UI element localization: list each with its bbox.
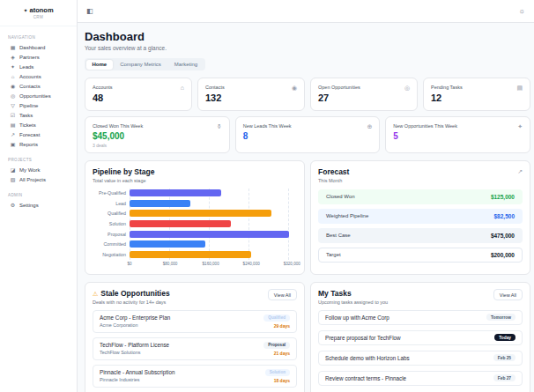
sidebar-item-label: Tasks bbox=[19, 113, 33, 118]
tasks-view-all-button[interactable]: View All bbox=[493, 289, 523, 300]
sidebar-item-forecast[interactable]: ↗ Forecast bbox=[7, 129, 70, 139]
stat-label: New Opportunities This Week bbox=[393, 123, 523, 129]
stat-card-contacts: Contacts 132 ◉ bbox=[197, 78, 305, 111]
task-label: Review contract terms - Pinnacle bbox=[325, 375, 406, 381]
sidebar-item-contacts[interactable]: ◉ Contacts bbox=[7, 81, 70, 91]
stat-card-open-opportunities: Open Opportunities 27 ◎ bbox=[310, 78, 418, 111]
stat-label: Accounts bbox=[93, 85, 184, 90]
task-item[interactable]: Follow up with Acme Corp Tomorrow bbox=[318, 310, 523, 326]
sidebar-item-label: Forecast bbox=[19, 132, 40, 137]
page-subtitle: Your sales overview at a glance. bbox=[85, 45, 530, 51]
sidebar-item-dashboard[interactable]: ▦ Dashboard bbox=[7, 42, 70, 52]
stale-view-all-button[interactable]: View All bbox=[268, 289, 297, 300]
stale-opportunity-item[interactable]: Pinnacle - Annual Subscription Pinnacle … bbox=[93, 365, 297, 388]
sidebar-toggle-icon[interactable]: ◧ bbox=[86, 8, 93, 15]
sidebar-item-all-projects[interactable]: ▧ All Projects bbox=[7, 174, 70, 184]
pipeline-icon: ▽ bbox=[10, 103, 16, 108]
task-item[interactable]: Schedule demo with Horizon Labs Feb 25 bbox=[318, 351, 523, 366]
stat-card-accounts: Accounts 48 ⌂ bbox=[85, 78, 192, 111]
clipboard-icon: ▤ bbox=[516, 85, 523, 92]
stat-card-new-opportunities-week: New Opportunities This Week 5 ✦ bbox=[385, 116, 530, 153]
stat-value: $45,000 bbox=[93, 131, 222, 141]
forecast-row-value: $200,000 bbox=[491, 252, 515, 258]
main-content: Dashboard Your sales overview at a glanc… bbox=[78, 23, 534, 392]
stat-card-closed-won-week: Closed Won This Week $45,000 3 deals ⚱ bbox=[85, 116, 230, 153]
sidebar-item-label: Contacts bbox=[19, 84, 41, 89]
due-badge: Tomorrow bbox=[486, 314, 515, 321]
opportunity-company: Pinnacle Industries bbox=[100, 377, 174, 382]
reports-icon: ▣ bbox=[10, 142, 16, 147]
forecast-row-label: Best Case bbox=[326, 233, 351, 238]
opportunity-name: TechFlow - Platform License bbox=[100, 342, 169, 348]
stale-days: 18 days bbox=[274, 378, 290, 383]
forecast-row-weighted-pipeline: Weighted Pipeline $82,500 bbox=[318, 209, 523, 224]
stat-value: 12 bbox=[431, 92, 523, 103]
leads-icon: ✦ bbox=[10, 64, 16, 70]
my-tasks-panel: My Tasks Upcoming tasks assigned to you … bbox=[310, 282, 530, 392]
users-icon: ◉ bbox=[292, 85, 297, 92]
dashboard-tabs: Home Company Metrics Marketing bbox=[85, 58, 205, 70]
opportunity-company: Acme Corporation bbox=[100, 322, 170, 328]
topbar: ◧ ☼ bbox=[78, 0, 534, 23]
brand-logo-icon: ✦ bbox=[23, 7, 27, 13]
sidebar-item-tickets[interactable]: ▤ Tickets bbox=[7, 120, 70, 129]
forecast-row-label: Weighted Pipeline bbox=[326, 213, 368, 218]
due-badge: Feb 27 bbox=[493, 374, 515, 381]
stale-opportunities-panel: ⚠ Stale Opportunities Deals with no acti… bbox=[85, 282, 305, 392]
pipeline-chart: Pre-Qualified Lead Qualified Solution Pr… bbox=[93, 189, 297, 268]
page-title: Dashboard bbox=[85, 30, 530, 43]
stale-title: Stale Opportunities bbox=[100, 289, 169, 298]
opportunity-name: Acme Corp - Enterprise Plan bbox=[100, 314, 170, 321]
sidebar-item-pipeline[interactable]: ▽ Pipeline bbox=[7, 100, 70, 110]
sidebar-item-opportunities[interactable]: ◎ Opportunities bbox=[7, 91, 70, 100]
stage-badge: Solution bbox=[265, 369, 290, 376]
task-label: Prepare proposal for TechFlow bbox=[325, 335, 401, 341]
sidebar-section-admin: Admin bbox=[8, 193, 70, 197]
stat-value: 132 bbox=[205, 92, 297, 103]
due-badge: Feb 25 bbox=[493, 354, 515, 361]
stat-label: Open Opportunities bbox=[318, 85, 410, 90]
sparkles-icon: ✦ bbox=[517, 123, 523, 130]
tab-marketing[interactable]: Marketing bbox=[168, 60, 204, 70]
sidebar-item-leads[interactable]: ✦ Leads bbox=[7, 62, 70, 71]
sidebar-item-label: Pipeline bbox=[19, 103, 38, 108]
forecast-icon: ↗ bbox=[10, 132, 16, 137]
theme-toggle-icon[interactable]: ☼ bbox=[519, 8, 525, 15]
sidebar-item-settings[interactable]: ⚙ Settings bbox=[7, 200, 70, 210]
pipeline-bar bbox=[130, 200, 190, 207]
warning-icon: ⚠ bbox=[93, 291, 98, 297]
task-item[interactable]: Review contract terms - Pinnacle Feb 27 bbox=[318, 371, 523, 387]
chart-y-label: Pre-Qualified bbox=[93, 189, 130, 199]
sidebar-item-label: Partners bbox=[19, 55, 40, 60]
due-badge: Today bbox=[494, 334, 515, 341]
tickets-icon: ▤ bbox=[10, 122, 16, 128]
stale-opportunity-item[interactable]: Acme Corp - Enterprise Plan Acme Corpora… bbox=[93, 310, 297, 333]
sidebar-item-tasks[interactable]: ☑ Tasks bbox=[7, 110, 70, 120]
forecast-title: Forecast bbox=[318, 167, 523, 176]
sidebar-item-reports[interactable]: ▣ Reports bbox=[7, 139, 70, 149]
sidebar: ✦ atonom CRM Navigation ▦ Dashboard ◈ Pa… bbox=[0, 0, 78, 392]
chart-x-tick-label: $160,000 bbox=[203, 262, 219, 266]
stale-opportunity-item[interactable]: TechFlow - Platform License TechFlow Sol… bbox=[93, 337, 297, 360]
dashboard-icon: ▦ bbox=[10, 45, 16, 50]
task-item[interactable]: Prepare proposal for TechFlow Today bbox=[318, 330, 523, 346]
sidebar-item-accounts[interactable]: ⌂ Accounts bbox=[7, 71, 70, 81]
sidebar-item-label: Settings bbox=[19, 203, 39, 208]
sidebar-item-partners[interactable]: ◈ Partners bbox=[7, 52, 70, 62]
forecast-row-value: $475,000 bbox=[491, 233, 515, 239]
stat-value: 48 bbox=[93, 92, 184, 103]
sidebar-section-projects: Projects bbox=[8, 158, 70, 162]
chart-title: Pipeline by Stage bbox=[93, 167, 297, 176]
target-icon: ◎ bbox=[404, 85, 410, 92]
sidebar-section-navigation: Navigation bbox=[8, 35, 70, 40]
sidebar-item-label: All Projects bbox=[19, 177, 46, 182]
sidebar-item-my-work[interactable]: ◪ My Work bbox=[7, 165, 70, 174]
tab-company-metrics[interactable]: Company Metrics bbox=[114, 60, 167, 70]
forecast-rows: Closed Won $125,000 Weighted Pipeline $8… bbox=[318, 189, 523, 263]
stat-card-new-leads-week: New Leads This Week 8 ⊕ bbox=[235, 116, 381, 153]
pipeline-bar bbox=[130, 231, 289, 238]
stat-value: 5 bbox=[393, 131, 523, 141]
forecast-row-label: Closed Won bbox=[326, 194, 355, 199]
tab-home[interactable]: Home bbox=[86, 60, 114, 70]
contacts-icon: ◉ bbox=[10, 84, 16, 89]
